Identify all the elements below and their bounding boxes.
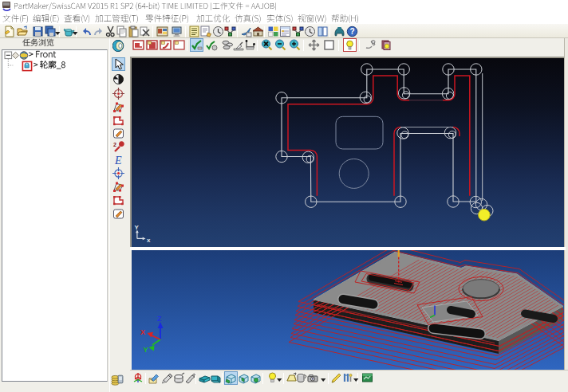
- svg-text:x: x: [147, 237, 151, 244]
- svg-text:Z: Z: [157, 315, 162, 323]
- svg-text:?: ?: [349, 27, 354, 36]
- svg-text:Y: Y: [144, 346, 148, 354]
- svg-text:Y: Y: [135, 224, 140, 231]
- svg-text:E: E: [114, 155, 122, 166]
- svg-text:X: X: [140, 328, 145, 336]
- svg-text:2: 2: [113, 142, 116, 147]
